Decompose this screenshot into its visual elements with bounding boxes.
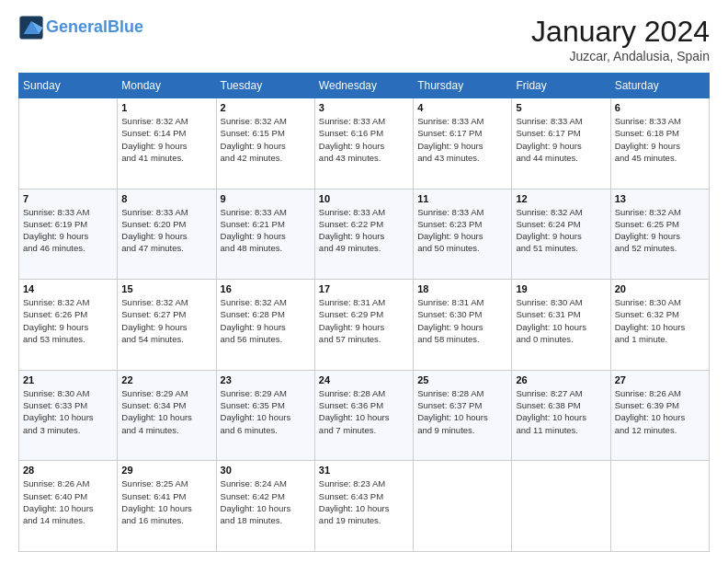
logo-text: GeneralBlue <box>46 18 143 37</box>
day-info: Sunrise: 8:32 AMSunset: 6:26 PMDaylight:… <box>23 296 113 345</box>
calendar-week-1: 1Sunrise: 8:32 AMSunset: 6:14 PMDaylight… <box>19 98 710 190</box>
calendar-header-monday: Monday <box>118 74 216 98</box>
day-info: Sunrise: 8:23 AMSunset: 6:43 PMDaylight:… <box>319 477 409 526</box>
calendar-header-row: SundayMondayTuesdayWednesdayThursdayFrid… <box>19 74 710 98</box>
day-number: 17 <box>319 283 409 294</box>
calendar-cell: 19Sunrise: 8:30 AMSunset: 6:31 PMDayligh… <box>512 280 610 371</box>
day-info: Sunrise: 8:33 AMSunset: 6:19 PMDaylight:… <box>23 206 113 255</box>
calendar-header-friday: Friday <box>512 74 610 98</box>
day-info: Sunrise: 8:26 AMSunset: 6:39 PMDaylight:… <box>615 387 705 436</box>
calendar-cell: 25Sunrise: 8:28 AMSunset: 6:37 PMDayligh… <box>414 370 512 461</box>
calendar-cell: 29Sunrise: 8:25 AMSunset: 6:41 PMDayligh… <box>118 461 216 552</box>
day-number: 30 <box>221 465 311 476</box>
calendar-cell: 31Sunrise: 8:23 AMSunset: 6:43 PMDayligh… <box>314 461 413 552</box>
day-number: 27 <box>615 374 705 385</box>
calendar-week-5: 28Sunrise: 8:26 AMSunset: 6:40 PMDayligh… <box>19 461 710 552</box>
day-number: 7 <box>23 193 113 204</box>
day-number: 23 <box>221 374 311 385</box>
calendar-cell: 1Sunrise: 8:32 AMSunset: 6:14 PMDaylight… <box>118 98 216 190</box>
day-info: Sunrise: 8:32 AMSunset: 6:28 PMDaylight:… <box>221 296 311 345</box>
calendar-cell: 21Sunrise: 8:30 AMSunset: 6:33 PMDayligh… <box>19 370 118 461</box>
day-info: Sunrise: 8:30 AMSunset: 6:33 PMDaylight:… <box>23 387 113 436</box>
day-number: 14 <box>23 283 113 294</box>
day-info: Sunrise: 8:32 AMSunset: 6:24 PMDaylight:… <box>516 206 606 255</box>
calendar-cell: 22Sunrise: 8:29 AMSunset: 6:34 PMDayligh… <box>118 370 216 461</box>
calendar-cell: 6Sunrise: 8:33 AMSunset: 6:18 PMDaylight… <box>610 98 709 190</box>
day-info: Sunrise: 8:33 AMSunset: 6:16 PMDaylight:… <box>319 115 409 164</box>
day-number: 16 <box>221 283 311 294</box>
day-info: Sunrise: 8:29 AMSunset: 6:34 PMDaylight:… <box>121 387 211 436</box>
day-number: 20 <box>615 283 705 294</box>
calendar-cell: 15Sunrise: 8:32 AMSunset: 6:27 PMDayligh… <box>118 280 216 371</box>
calendar-cell: 7Sunrise: 8:33 AMSunset: 6:19 PMDaylight… <box>19 189 118 280</box>
day-number: 5 <box>516 102 606 113</box>
calendar-cell: 23Sunrise: 8:29 AMSunset: 6:35 PMDayligh… <box>216 370 314 461</box>
calendar-header-wednesday: Wednesday <box>314 74 413 98</box>
calendar-header-tuesday: Tuesday <box>216 74 314 98</box>
logo-icon <box>18 15 44 40</box>
day-info: Sunrise: 8:32 AMSunset: 6:14 PMDaylight:… <box>121 115 211 164</box>
day-info: Sunrise: 8:28 AMSunset: 6:36 PMDaylight:… <box>319 387 409 436</box>
day-number: 28 <box>23 465 113 476</box>
day-number: 24 <box>319 374 409 385</box>
calendar-cell: 16Sunrise: 8:32 AMSunset: 6:28 PMDayligh… <box>216 280 314 371</box>
day-info: Sunrise: 8:24 AMSunset: 6:42 PMDaylight:… <box>221 477 311 526</box>
day-info: Sunrise: 8:28 AMSunset: 6:37 PMDaylight:… <box>417 387 507 436</box>
calendar-week-4: 21Sunrise: 8:30 AMSunset: 6:33 PMDayligh… <box>19 370 710 461</box>
day-number: 22 <box>121 374 211 385</box>
calendar-cell: 12Sunrise: 8:32 AMSunset: 6:24 PMDayligh… <box>512 189 610 280</box>
day-info: Sunrise: 8:30 AMSunset: 6:32 PMDaylight:… <box>615 296 705 345</box>
calendar-cell: 20Sunrise: 8:30 AMSunset: 6:32 PMDayligh… <box>610 280 709 371</box>
day-number: 21 <box>23 374 113 385</box>
day-info: Sunrise: 8:33 AMSunset: 6:22 PMDaylight:… <box>319 206 409 255</box>
day-info: Sunrise: 8:32 AMSunset: 6:25 PMDaylight:… <box>615 206 705 255</box>
calendar-cell: 13Sunrise: 8:32 AMSunset: 6:25 PMDayligh… <box>610 189 709 280</box>
day-number: 2 <box>221 102 311 113</box>
calendar-cell: 27Sunrise: 8:26 AMSunset: 6:39 PMDayligh… <box>610 370 709 461</box>
calendar-cell: 28Sunrise: 8:26 AMSunset: 6:40 PMDayligh… <box>19 461 118 552</box>
day-number: 8 <box>121 193 211 204</box>
day-number: 3 <box>319 102 409 113</box>
day-info: Sunrise: 8:33 AMSunset: 6:21 PMDaylight:… <box>221 206 311 255</box>
calendar-table: SundayMondayTuesdayWednesdayThursdayFrid… <box>18 73 710 552</box>
calendar-cell: 30Sunrise: 8:24 AMSunset: 6:42 PMDayligh… <box>216 461 314 552</box>
calendar-cell: 8Sunrise: 8:33 AMSunset: 6:20 PMDaylight… <box>118 189 216 280</box>
day-info: Sunrise: 8:31 AMSunset: 6:29 PMDaylight:… <box>319 296 409 345</box>
day-info: Sunrise: 8:32 AMSunset: 6:15 PMDaylight:… <box>221 115 311 164</box>
calendar-cell: 2Sunrise: 8:32 AMSunset: 6:15 PMDaylight… <box>216 98 314 190</box>
day-info: Sunrise: 8:33 AMSunset: 6:17 PMDaylight:… <box>516 115 606 164</box>
day-number: 12 <box>516 193 606 204</box>
calendar-week-2: 7Sunrise: 8:33 AMSunset: 6:19 PMDaylight… <box>19 189 710 280</box>
day-info: Sunrise: 8:27 AMSunset: 6:38 PMDaylight:… <box>516 387 606 436</box>
day-number: 10 <box>319 193 409 204</box>
calendar-week-3: 14Sunrise: 8:32 AMSunset: 6:26 PMDayligh… <box>19 280 710 371</box>
calendar-cell <box>414 461 512 552</box>
calendar-cell: 4Sunrise: 8:33 AMSunset: 6:17 PMDaylight… <box>414 98 512 190</box>
day-number: 25 <box>417 374 507 385</box>
calendar-cell: 18Sunrise: 8:31 AMSunset: 6:30 PMDayligh… <box>414 280 512 371</box>
day-info: Sunrise: 8:33 AMSunset: 6:23 PMDaylight:… <box>417 206 507 255</box>
calendar-cell: 17Sunrise: 8:31 AMSunset: 6:29 PMDayligh… <box>314 280 413 371</box>
day-info: Sunrise: 8:33 AMSunset: 6:18 PMDaylight:… <box>615 115 705 164</box>
logo-line1: General <box>46 17 108 36</box>
page: GeneralBlue January 2024 Juzcar, Andalus… <box>0 0 728 563</box>
header: GeneralBlue January 2024 Juzcar, Andalus… <box>18 15 710 63</box>
day-number: 15 <box>121 283 211 294</box>
calendar-cell: 10Sunrise: 8:33 AMSunset: 6:22 PMDayligh… <box>314 189 413 280</box>
day-info: Sunrise: 8:25 AMSunset: 6:41 PMDaylight:… <box>121 477 211 526</box>
calendar-cell: 14Sunrise: 8:32 AMSunset: 6:26 PMDayligh… <box>19 280 118 371</box>
calendar-cell <box>512 461 610 552</box>
calendar-cell <box>610 461 709 552</box>
day-info: Sunrise: 8:33 AMSunset: 6:17 PMDaylight:… <box>417 115 507 164</box>
day-info: Sunrise: 8:33 AMSunset: 6:20 PMDaylight:… <box>121 206 211 255</box>
calendar-cell: 26Sunrise: 8:27 AMSunset: 6:38 PMDayligh… <box>512 370 610 461</box>
day-info: Sunrise: 8:31 AMSunset: 6:30 PMDaylight:… <box>417 296 507 345</box>
month-title: January 2024 <box>531 15 710 49</box>
logo: GeneralBlue <box>18 15 143 40</box>
day-number: 1 <box>121 102 211 113</box>
day-number: 4 <box>417 102 507 113</box>
day-info: Sunrise: 8:30 AMSunset: 6:31 PMDaylight:… <box>516 296 606 345</box>
day-number: 29 <box>121 465 211 476</box>
title-block: January 2024 Juzcar, Andalusia, Spain <box>531 15 710 63</box>
calendar-cell: 5Sunrise: 8:33 AMSunset: 6:17 PMDaylight… <box>512 98 610 190</box>
